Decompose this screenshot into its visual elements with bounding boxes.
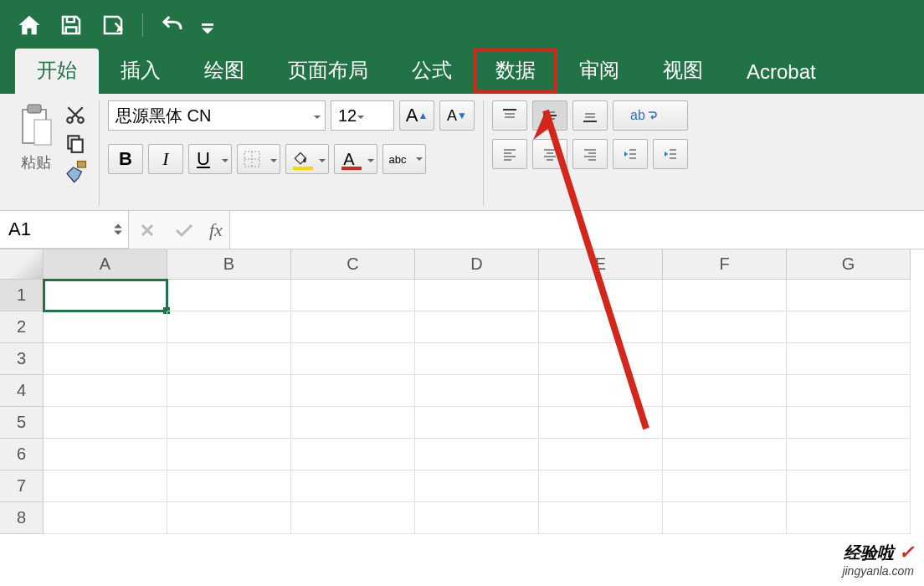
align-middle-button[interactable] — [532, 100, 567, 131]
row-header[interactable]: 8 — [0, 502, 44, 534]
cell[interactable] — [663, 502, 787, 534]
row-header[interactable]: 2 — [0, 311, 44, 343]
cell[interactable] — [787, 343, 911, 375]
wrap-text-button[interactable]: ab — [613, 100, 688, 131]
cell[interactable] — [787, 311, 911, 343]
increase-indent-button[interactable] — [653, 139, 688, 169]
column-header[interactable]: E — [539, 249, 663, 280]
font-size-select[interactable]: 12 — [331, 100, 394, 131]
cell[interactable] — [44, 439, 167, 470]
row-header[interactable]: 3 — [0, 343, 44, 375]
cell[interactable] — [415, 311, 539, 343]
cell[interactable] — [539, 470, 663, 502]
accept-formula-icon[interactable] — [166, 211, 203, 249]
column-header[interactable]: C — [291, 249, 415, 280]
select-all-corner[interactable] — [0, 249, 44, 280]
cell[interactable] — [663, 311, 787, 343]
cell[interactable] — [415, 502, 539, 534]
cell[interactable] — [663, 407, 787, 439]
cell[interactable] — [44, 407, 167, 439]
cell[interactable] — [291, 407, 415, 439]
increase-font-button[interactable]: A▲ — [399, 100, 434, 131]
tab-view[interactable]: 视图 — [641, 49, 725, 94]
row-header[interactable]: 5 — [0, 407, 44, 439]
cell[interactable] — [539, 311, 663, 343]
home-icon[interactable] — [17, 13, 42, 38]
tab-review[interactable]: 审阅 — [557, 49, 641, 94]
align-right-button[interactable] — [572, 139, 608, 169]
cell[interactable] — [539, 439, 663, 470]
cell[interactable] — [787, 280, 911, 311]
align-top-button[interactable] — [492, 100, 527, 131]
column-header[interactable]: B — [167, 249, 291, 280]
cell[interactable] — [539, 343, 663, 375]
cell[interactable] — [415, 407, 539, 439]
cut-icon[interactable] — [62, 102, 89, 127]
cell[interactable] — [167, 343, 291, 375]
font-name-select[interactable]: 思源黑体 CN — [108, 100, 326, 131]
row-header[interactable]: 4 — [0, 375, 44, 407]
cell[interactable] — [787, 470, 911, 502]
column-header[interactable]: G — [787, 249, 911, 280]
cell[interactable] — [787, 502, 911, 534]
row-header[interactable]: 1 — [0, 280, 44, 311]
cell[interactable] — [291, 470, 415, 502]
formula-input[interactable] — [229, 211, 924, 249]
cell[interactable] — [291, 343, 415, 375]
paste-icon[interactable] — [15, 100, 57, 151]
cell[interactable] — [167, 311, 291, 343]
cell[interactable] — [291, 280, 415, 311]
cell[interactable] — [539, 375, 663, 407]
cell[interactable] — [44, 311, 167, 343]
cancel-formula-icon[interactable] — [129, 211, 166, 249]
underline-button[interactable]: U — [188, 144, 232, 174]
cell[interactable] — [167, 375, 291, 407]
save-icon[interactable] — [59, 13, 84, 38]
cell[interactable] — [167, 502, 291, 534]
cell[interactable] — [167, 470, 291, 502]
fill-color-button[interactable] — [285, 144, 329, 174]
save-edit-icon[interactable] — [100, 13, 126, 38]
decrease-font-button[interactable]: A▼ — [439, 100, 475, 131]
tab-insert[interactable]: 插入 — [99, 49, 182, 94]
align-left-button[interactable] — [492, 139, 527, 169]
tab-acrobat[interactable]: Acrobat — [725, 52, 838, 94]
borders-button[interactable] — [237, 144, 280, 174]
cell[interactable] — [415, 280, 539, 311]
column-header[interactable]: F — [663, 249, 787, 280]
cell[interactable] — [539, 280, 663, 311]
column-header[interactable]: A — [44, 249, 167, 280]
cell[interactable] — [539, 407, 663, 439]
cell[interactable] — [415, 343, 539, 375]
row-header[interactable]: 7 — [0, 470, 44, 502]
bold-button[interactable]: B — [108, 144, 143, 174]
cell[interactable] — [291, 439, 415, 470]
cell[interactable] — [167, 280, 291, 311]
cell[interactable] — [539, 502, 663, 534]
cell[interactable] — [663, 343, 787, 375]
cell[interactable] — [44, 470, 167, 502]
cell[interactable] — [167, 407, 291, 439]
cell[interactable] — [291, 375, 415, 407]
cell[interactable] — [663, 470, 787, 502]
tab-data[interactable]: 数据 — [474, 49, 557, 94]
cell[interactable] — [44, 502, 167, 534]
tab-home[interactable]: 开始 — [15, 49, 99, 94]
name-box[interactable]: A1 — [0, 211, 129, 249]
tab-formulas[interactable]: 公式 — [390, 49, 474, 94]
cell[interactable] — [291, 311, 415, 343]
row-header[interactable]: 6 — [0, 439, 44, 470]
qat-customize-icon[interactable] — [202, 15, 213, 35]
tab-draw[interactable]: 绘图 — [182, 49, 266, 94]
cell[interactable] — [415, 375, 539, 407]
undo-icon[interactable] — [160, 13, 185, 38]
cell[interactable] — [167, 439, 291, 470]
decrease-indent-button[interactable] — [613, 139, 648, 169]
cell[interactable] — [787, 375, 911, 407]
fx-label[interactable]: fx — [203, 219, 229, 241]
format-painter-icon[interactable] — [62, 159, 89, 184]
cell[interactable] — [787, 407, 911, 439]
column-header[interactable]: D — [415, 249, 539, 280]
align-center-button[interactable] — [532, 139, 567, 169]
cell[interactable] — [44, 375, 167, 407]
